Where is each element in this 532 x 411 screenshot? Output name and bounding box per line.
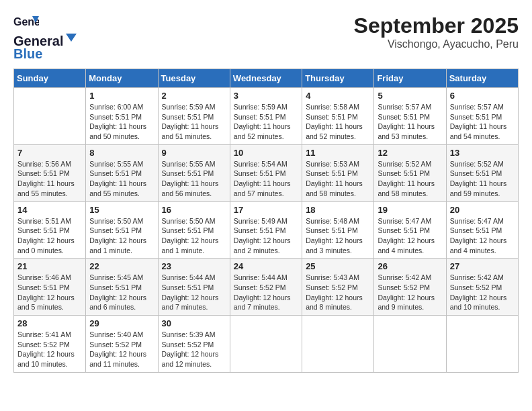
svg-marker-2 bbox=[66, 34, 77, 42]
calendar-cell-w0-d6: 6Sunrise: 5:57 AMSunset: 5:51 PMDaylight… bbox=[446, 88, 518, 145]
day-number: 14 bbox=[17, 205, 82, 215]
day-number: 24 bbox=[234, 261, 298, 271]
calendar-cell-w4-d0: 28Sunrise: 5:41 AMSunset: 5:52 PMDayligh… bbox=[14, 316, 86, 373]
day-number: 16 bbox=[162, 205, 226, 215]
day-info: Sunrise: 5:56 AMSunset: 5:51 PMDaylight:… bbox=[17, 159, 82, 199]
day-info: Sunrise: 5:40 AMSunset: 5:52 PMDaylight:… bbox=[89, 330, 154, 369]
day-number: 13 bbox=[450, 148, 515, 158]
day-number: 15 bbox=[89, 205, 154, 215]
day-number: 10 bbox=[234, 148, 298, 158]
month-title: September 2025 bbox=[354, 13, 519, 38]
day-info: Sunrise: 5:52 AMSunset: 5:51 PMDaylight:… bbox=[378, 159, 442, 199]
day-number: 17 bbox=[234, 205, 298, 215]
calendar-cell-w0-d0 bbox=[14, 88, 86, 145]
calendar-cell-w2-d1: 15Sunrise: 5:50 AMSunset: 5:51 PMDayligh… bbox=[86, 201, 158, 259]
day-info: Sunrise: 5:59 AMSunset: 5:51 PMDaylight:… bbox=[234, 102, 298, 142]
day-number: 26 bbox=[378, 261, 442, 271]
calendar-cell-w3-d4: 25Sunrise: 5:43 AMSunset: 5:52 PMDayligh… bbox=[302, 259, 374, 316]
calendar-cell-w3-d6: 27Sunrise: 5:42 AMSunset: 5:52 PMDayligh… bbox=[446, 259, 518, 316]
calendar-cell-w1-d4: 11Sunrise: 5:53 AMSunset: 5:51 PMDayligh… bbox=[302, 144, 374, 201]
day-info: Sunrise: 5:49 AMSunset: 5:51 PMDaylight:… bbox=[234, 216, 298, 256]
calendar-cell-w2-d2: 16Sunrise: 5:50 AMSunset: 5:51 PMDayligh… bbox=[158, 201, 230, 259]
calendar-cell-w3-d3: 24Sunrise: 5:44 AMSunset: 5:52 PMDayligh… bbox=[230, 259, 302, 316]
day-info: Sunrise: 5:50 AMSunset: 5:51 PMDaylight:… bbox=[162, 216, 226, 256]
weekday-header-friday: Friday bbox=[374, 69, 446, 88]
title-block: September 2025 Vischongo, Ayacucho, Peru bbox=[354, 13, 519, 50]
day-number: 27 bbox=[450, 261, 515, 271]
day-info: Sunrise: 5:51 AMSunset: 5:51 PMDaylight:… bbox=[17, 216, 82, 256]
calendar-cell-w2-d0: 14Sunrise: 5:51 AMSunset: 5:51 PMDayligh… bbox=[14, 201, 86, 259]
calendar-cell-w4-d1: 29Sunrise: 5:40 AMSunset: 5:52 PMDayligh… bbox=[86, 316, 158, 373]
day-number: 23 bbox=[162, 261, 226, 271]
day-info: Sunrise: 5:47 AMSunset: 5:51 PMDaylight:… bbox=[378, 216, 442, 256]
weekday-header-saturday: Saturday bbox=[446, 69, 518, 88]
calendar-cell-w3-d2: 23Sunrise: 5:44 AMSunset: 5:51 PMDayligh… bbox=[158, 259, 230, 316]
calendar-cell-w1-d0: 7Sunrise: 5:56 AMSunset: 5:51 PMDaylight… bbox=[14, 144, 86, 201]
day-number: 5 bbox=[378, 91, 442, 101]
day-info: Sunrise: 5:59 AMSunset: 5:51 PMDaylight:… bbox=[162, 102, 226, 142]
day-info: Sunrise: 5:44 AMSunset: 5:52 PMDaylight:… bbox=[234, 273, 298, 312]
day-info: Sunrise: 5:50 AMSunset: 5:51 PMDaylight:… bbox=[89, 216, 154, 256]
calendar-cell-w0-d5: 5Sunrise: 5:57 AMSunset: 5:51 PMDaylight… bbox=[374, 88, 446, 145]
logo: General General Blue bbox=[13, 13, 78, 62]
calendar-cell-w1-d3: 10Sunrise: 5:54 AMSunset: 5:51 PMDayligh… bbox=[230, 144, 302, 201]
day-info: Sunrise: 5:53 AMSunset: 5:51 PMDaylight:… bbox=[306, 159, 370, 199]
day-info: Sunrise: 5:46 AMSunset: 5:51 PMDaylight:… bbox=[17, 273, 82, 312]
day-number: 19 bbox=[378, 205, 442, 215]
day-info: Sunrise: 5:42 AMSunset: 5:52 PMDaylight:… bbox=[450, 273, 515, 312]
weekday-header-wednesday: Wednesday bbox=[230, 69, 302, 88]
day-number: 22 bbox=[89, 261, 154, 271]
calendar-table: SundayMondayTuesdayWednesdayThursdayFrid… bbox=[13, 68, 519, 373]
calendar-cell-w0-d1: 1Sunrise: 6:00 AMSunset: 5:51 PMDaylight… bbox=[86, 88, 158, 145]
weekday-header-tuesday: Tuesday bbox=[158, 69, 230, 88]
logo-flag-icon bbox=[64, 32, 78, 46]
weekday-header-monday: Monday bbox=[86, 69, 158, 88]
location-title: Vischongo, Ayacucho, Peru bbox=[354, 38, 519, 50]
calendar-cell-w4-d3 bbox=[230, 316, 302, 373]
weekday-header-thursday: Thursday bbox=[302, 69, 374, 88]
day-info: Sunrise: 5:41 AMSunset: 5:52 PMDaylight:… bbox=[17, 330, 82, 369]
calendar-cell-w4-d4 bbox=[302, 316, 374, 373]
day-info: Sunrise: 5:44 AMSunset: 5:51 PMDaylight:… bbox=[162, 273, 226, 312]
calendar-cell-w1-d1: 8Sunrise: 5:55 AMSunset: 5:51 PMDaylight… bbox=[86, 144, 158, 201]
calendar-cell-w2-d5: 19Sunrise: 5:47 AMSunset: 5:51 PMDayligh… bbox=[374, 201, 446, 259]
day-info: Sunrise: 5:52 AMSunset: 5:51 PMDaylight:… bbox=[450, 159, 515, 199]
day-number: 28 bbox=[17, 318, 82, 328]
day-info: Sunrise: 5:45 AMSunset: 5:51 PMDaylight:… bbox=[89, 273, 154, 312]
calendar-cell-w3-d5: 26Sunrise: 5:42 AMSunset: 5:52 PMDayligh… bbox=[374, 259, 446, 316]
day-info: Sunrise: 5:47 AMSunset: 5:51 PMDaylight:… bbox=[450, 216, 515, 256]
day-number: 9 bbox=[162, 148, 226, 158]
day-info: Sunrise: 5:43 AMSunset: 5:52 PMDaylight:… bbox=[306, 273, 370, 312]
day-info: Sunrise: 5:57 AMSunset: 5:51 PMDaylight:… bbox=[378, 102, 442, 142]
calendar-cell-w2-d3: 17Sunrise: 5:49 AMSunset: 5:51 PMDayligh… bbox=[230, 201, 302, 259]
calendar-cell-w3-d1: 22Sunrise: 5:45 AMSunset: 5:51 PMDayligh… bbox=[86, 259, 158, 316]
calendar-cell-w3-d0: 21Sunrise: 5:46 AMSunset: 5:51 PMDayligh… bbox=[14, 259, 86, 316]
day-info: Sunrise: 5:42 AMSunset: 5:52 PMDaylight:… bbox=[378, 273, 442, 312]
weekday-header-sunday: Sunday bbox=[14, 69, 86, 88]
day-info: Sunrise: 5:55 AMSunset: 5:51 PMDaylight:… bbox=[162, 159, 226, 199]
day-number: 2 bbox=[162, 91, 226, 101]
day-number: 18 bbox=[306, 205, 370, 215]
day-number: 8 bbox=[89, 148, 154, 158]
day-number: 4 bbox=[306, 91, 370, 101]
day-number: 7 bbox=[17, 148, 82, 158]
calendar-cell-w4-d5 bbox=[374, 316, 446, 373]
calendar-cell-w4-d2: 30Sunrise: 5:39 AMSunset: 5:52 PMDayligh… bbox=[158, 316, 230, 373]
day-info: Sunrise: 5:58 AMSunset: 5:51 PMDaylight:… bbox=[306, 102, 370, 142]
calendar-cell-w0-d3: 3Sunrise: 5:59 AMSunset: 5:51 PMDaylight… bbox=[230, 88, 302, 145]
day-number: 12 bbox=[378, 148, 442, 158]
day-number: 21 bbox=[17, 261, 82, 271]
day-number: 11 bbox=[306, 148, 370, 158]
calendar-cell-w0-d4: 4Sunrise: 5:58 AMSunset: 5:51 PMDaylight… bbox=[302, 88, 374, 145]
calendar-cell-w4-d6 bbox=[446, 316, 518, 373]
calendar-cell-w1-d5: 12Sunrise: 5:52 AMSunset: 5:51 PMDayligh… bbox=[374, 144, 446, 201]
day-number: 3 bbox=[234, 91, 298, 101]
day-number: 25 bbox=[306, 261, 370, 271]
calendar-cell-w2-d4: 18Sunrise: 5:48 AMSunset: 5:51 PMDayligh… bbox=[302, 201, 374, 259]
calendar-cell-w0-d2: 2Sunrise: 5:59 AMSunset: 5:51 PMDaylight… bbox=[158, 88, 230, 145]
day-number: 20 bbox=[450, 205, 515, 215]
calendar-cell-w1-d6: 13Sunrise: 5:52 AMSunset: 5:51 PMDayligh… bbox=[446, 144, 518, 201]
day-info: Sunrise: 5:55 AMSunset: 5:51 PMDaylight:… bbox=[89, 159, 154, 199]
day-number: 6 bbox=[450, 91, 515, 101]
day-info: Sunrise: 6:00 AMSunset: 5:51 PMDaylight:… bbox=[89, 102, 154, 142]
